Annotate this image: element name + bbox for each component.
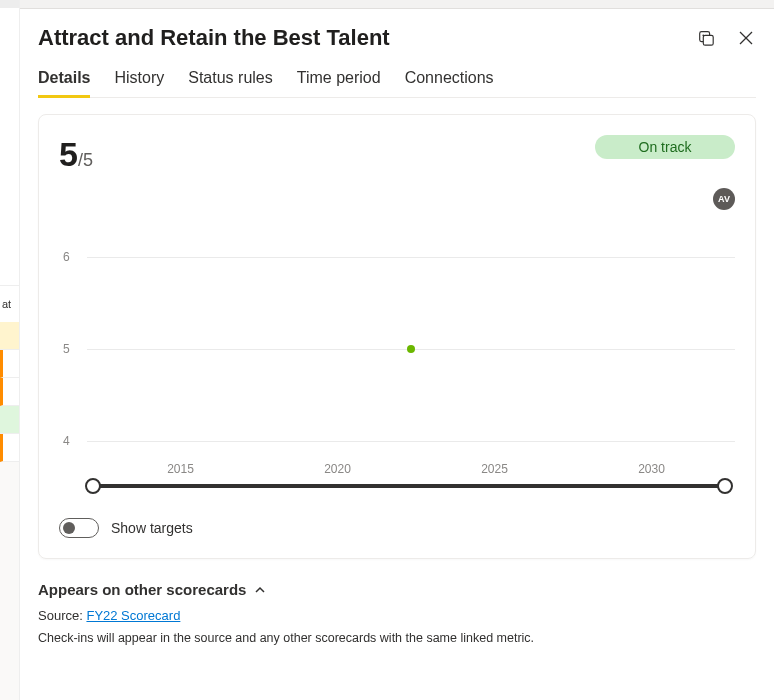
tab-status-rules[interactable]: Status rules	[188, 69, 272, 97]
tab-details[interactable]: Details	[38, 69, 90, 97]
y-tick: 4	[63, 434, 70, 448]
x-tick: 2030	[638, 462, 665, 476]
svg-point-2	[702, 34, 704, 36]
avatar[interactable]: AV	[713, 188, 735, 210]
metric-value: 5/5	[59, 135, 93, 174]
page-title: Attract and Retain the Best Talent	[38, 25, 390, 51]
metric-value-denominator: /5	[78, 150, 93, 170]
x-tick: 2015	[167, 462, 194, 476]
show-targets-toggle[interactable]	[59, 518, 99, 538]
appears-header[interactable]: Appears on other scorecards	[38, 581, 756, 598]
background-sidebar: at	[0, 0, 20, 700]
appears-heading-text: Appears on other scorecards	[38, 581, 246, 598]
copy-link-icon[interactable]	[696, 28, 716, 48]
time-range-slider[interactable]	[87, 476, 731, 496]
y-tick: 5	[63, 342, 70, 356]
metric-card: 5/5 On track AV 6 5 4 2015 2020 2025 203…	[38, 114, 756, 559]
tab-bar: Details History Status rules Time period…	[38, 69, 756, 98]
source-label: Source:	[38, 608, 83, 623]
source-link[interactable]: FY22 Scorecard	[86, 608, 180, 623]
truncated-cell: at	[0, 286, 19, 322]
tab-history[interactable]: History	[114, 69, 164, 97]
x-tick: 2025	[481, 462, 508, 476]
y-tick: 6	[63, 250, 70, 264]
chevron-up-icon	[254, 584, 266, 596]
appears-section: Appears on other scorecards Source: FY22…	[38, 581, 756, 645]
status-badge: On track	[595, 135, 735, 159]
data-point[interactable]	[407, 345, 415, 353]
metric-detail-panel: Attract and Retain the Best Talent	[20, 8, 774, 700]
close-icon[interactable]	[736, 28, 756, 48]
slider-handle-right[interactable]	[717, 478, 733, 494]
tab-connections[interactable]: Connections	[405, 69, 494, 97]
svg-rect-1	[703, 35, 713, 45]
appears-note: Check-ins will appear in the source and …	[38, 631, 756, 645]
x-tick: 2020	[324, 462, 351, 476]
show-targets-label: Show targets	[111, 520, 193, 536]
metric-value-numerator: 5	[59, 135, 78, 173]
tab-time-period[interactable]: Time period	[297, 69, 381, 97]
slider-handle-left[interactable]	[85, 478, 101, 494]
trend-chart: 6 5 4 2015 2020 2025 2030	[67, 234, 735, 464]
